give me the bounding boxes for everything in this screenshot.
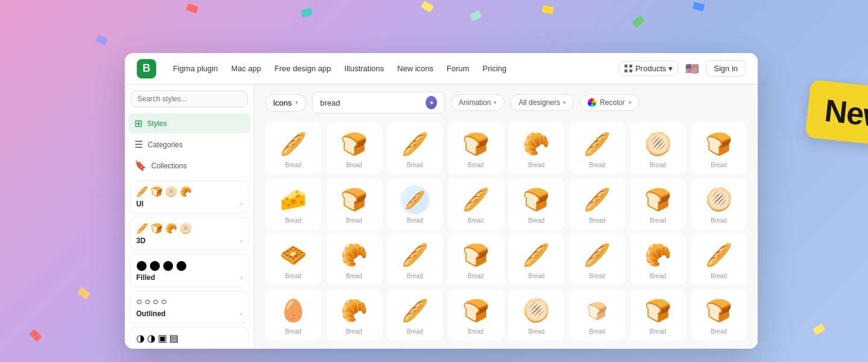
icon-cell[interactable]: 🍞 Bread (569, 290, 625, 340)
nav-illustrations[interactable]: Illustrations (344, 64, 384, 73)
style-item-outlined[interactable]: ○○○○ Outlined › (130, 291, 249, 323)
style-ui-icons: 🥖🍞🫓🥐 (136, 186, 242, 197)
nav-free-design-app[interactable]: Free design app (274, 64, 331, 73)
nav-figma-plugin[interactable]: Figma plugin (173, 64, 218, 73)
nav-mac-app[interactable]: Mac app (231, 64, 261, 73)
icon-cell[interactable]: 🥐 Bread (630, 234, 686, 285)
confetti-10 (95, 34, 108, 45)
nav-pricing[interactable]: Pricing (483, 64, 507, 73)
bread-icon-19: 🥖 (400, 241, 429, 270)
style-filled-icons: ⬤⬤⬤⬤ (136, 259, 242, 271)
bread-icon-7: 🫓 (644, 130, 673, 159)
icon-label: Bread (407, 217, 423, 224)
icon-cell[interactable]: 🥚 Bread (265, 290, 321, 340)
logo[interactable]: B (137, 59, 156, 78)
icon-cell[interactable]: 🥖 Bread (387, 290, 443, 340)
icon-label: Bread (529, 162, 545, 168)
icon-cell[interactable]: 🍞 Bread (448, 290, 504, 340)
style-outlined-name: Outlined (136, 310, 166, 318)
icon-cell[interactable]: 🍞 Bread (326, 179, 382, 229)
icon-cell[interactable]: 🫓 Bread (630, 123, 686, 174)
style-item-ui[interactable]: 🥖🍞🫓🥐 UI › (130, 180, 249, 214)
recolor-chevron-icon: ▾ (629, 100, 632, 106)
search-bar: Icons ▾ ✦ Animation ▾ All designers ▾ (254, 84, 758, 121)
icon-cell[interactable]: 🍞 Bread (509, 179, 565, 229)
style-item-3d[interactable]: 🥖🍞🥐🫓 3D › (130, 217, 249, 250)
icon-cell[interactable]: 🥖 Bread (509, 234, 565, 285)
chevron-right-icon-3: › (241, 275, 242, 281)
bread-icon-26: 🥐 (339, 296, 368, 325)
icon-cell[interactable]: 🥖 Bread (569, 123, 625, 174)
confetti-1 (186, 3, 198, 13)
nav-forum[interactable]: Forum (447, 64, 470, 73)
ai-search-icon[interactable]: ✦ (426, 96, 437, 109)
icon-cell[interactable]: 🥖 Bread (387, 234, 443, 285)
chevron-down-icon: ▾ (668, 64, 673, 73)
icon-cell[interactable]: 🥖 Bread (265, 123, 321, 174)
icon-cell[interactable]: 🫓 Bread (509, 290, 565, 340)
icon-cell[interactable]: 🍞 Bread (448, 123, 504, 174)
icon-label: Bread (346, 162, 362, 168)
icon-label: Bread (650, 217, 666, 224)
icon-cell[interactable]: 🍞 Bread (691, 290, 747, 340)
icon-cell[interactable]: 🥖 Bread (569, 234, 625, 285)
bread-icon-10: 🍞 (339, 185, 368, 214)
icon-cell[interactable]: 🧀 Bread (265, 179, 321, 229)
designers-filter[interactable]: All designers ▾ (511, 94, 574, 111)
sidebar-item-styles[interactable]: ⊞ Styles (128, 113, 250, 133)
icon-cell[interactable]: 🥐 Bread (326, 290, 382, 340)
icon-cell[interactable]: 🍞 Bread (630, 179, 686, 229)
bread-icon-8: 🍞 (705, 130, 734, 159)
bread-icon-32: 🍞 (705, 296, 734, 325)
icon-cell[interactable]: 🥐 Bread (326, 234, 382, 285)
icon-cell[interactable]: 🥖 Bread (569, 179, 625, 229)
icon-cell[interactable]: 🍞 Bread (326, 123, 382, 174)
style-item-filled[interactable]: ⬤⬤⬤⬤ Filled › (130, 254, 249, 287)
bread-icon-23: 🥐 (644, 241, 673, 270)
style-3d-name: 3D (136, 237, 145, 245)
icon-cell[interactable]: 🥖 Bread (387, 123, 443, 174)
products-button[interactable]: Products ▾ (619, 61, 678, 76)
icon-cell[interactable]: 🧇 Bread (265, 234, 321, 285)
icon-label: Bread (346, 217, 362, 224)
icon-label: Bread (346, 328, 362, 335)
filter-type-pill[interactable]: Icons ▾ (265, 94, 306, 112)
style-item-duotone[interactable]: ◑◑▣▤ Duotone › (130, 327, 249, 343)
sidebar-item-collections[interactable]: 🔖 Collections (128, 156, 250, 176)
icon-cell[interactable]: 🥖 Bread (691, 234, 747, 285)
sidebar-item-categories[interactable]: ☰ Categories (128, 135, 250, 154)
icon-label: Bread (468, 217, 484, 224)
icon-cell[interactable]: 🥖 Bread (448, 179, 504, 229)
search-styles-input[interactable] (131, 91, 248, 107)
sign-in-button[interactable]: Sign in (706, 60, 746, 77)
icon-label: Bread (589, 217, 605, 224)
animation-filter[interactable]: Animation ▾ (451, 94, 505, 111)
categories-icon: ☰ (134, 139, 143, 150)
bread-icon-30: 🍞 (583, 296, 612, 325)
icon-cell[interactable]: 🥐 Bread (509, 123, 565, 174)
designers-label: All designers (518, 98, 560, 107)
bread-icon-1: 🥖 (278, 130, 307, 159)
icon-cell[interactable]: 🥖 Bread (387, 179, 443, 229)
icon-cell[interactable]: 🍞 Bread (630, 290, 686, 340)
icon-cell[interactable]: 🫓 Bread (691, 179, 747, 229)
bread-icon-16: 🫓 (705, 185, 734, 214)
bread-icon-25: 🥚 (278, 296, 307, 325)
bread-icon-22: 🥖 (583, 241, 612, 270)
confetti-8 (29, 329, 42, 341)
bread-icon-9: 🧀 (278, 185, 307, 214)
confetti-4 (469, 10, 482, 21)
recolor-button[interactable]: Recolor ▾ (580, 94, 639, 111)
icon-cell[interactable]: 🍞 Bread (448, 234, 504, 285)
icon-label: Bread (468, 328, 484, 335)
nav-new-icons[interactable]: New icons (397, 64, 433, 73)
style-duotone-icons: ◑◑▣▤ (136, 332, 242, 343)
language-flag[interactable]: 🇺🇸 (685, 62, 699, 75)
search-input[interactable] (320, 98, 421, 107)
bread-icon-4: 🍞 (461, 130, 490, 159)
icons-row-4: 🥚 Bread 🥐 Bread 🥖 Bread 🍞 Bread (265, 290, 747, 340)
icon-label: Bread (285, 328, 301, 335)
icon-label: Bread (589, 273, 605, 279)
icon-label: Bread (650, 273, 666, 279)
icon-cell[interactable]: 🍞 Bread (691, 123, 747, 174)
